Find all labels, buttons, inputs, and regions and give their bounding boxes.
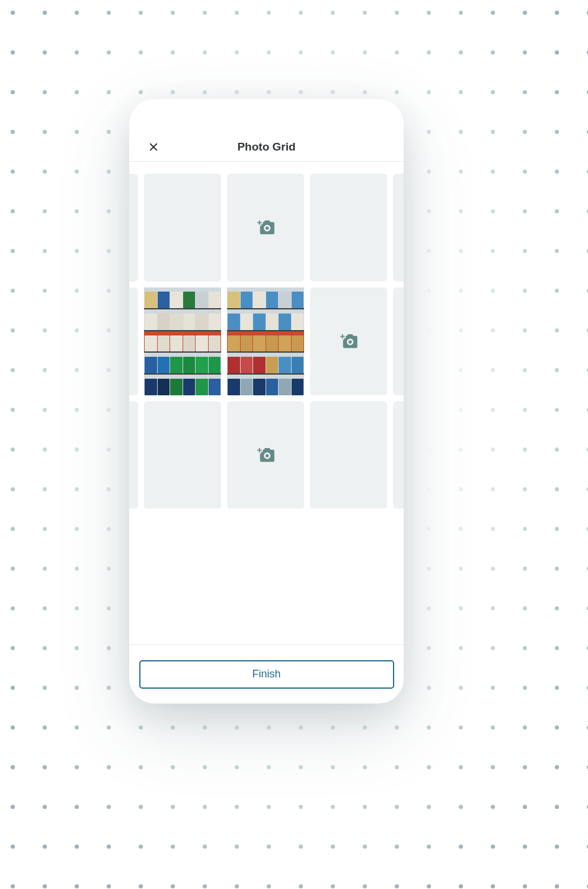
header-bar: Photo Grid: [129, 132, 404, 162]
grid-tile-empty[interactable]: [144, 401, 221, 509]
grid-tile-edge[interactable]: [393, 174, 404, 282]
grid-tile-empty[interactable]: [144, 174, 221, 282]
grid-tile-add[interactable]: [227, 401, 304, 509]
phone-frame: Photo Grid: [129, 99, 404, 703]
grid-row: [129, 401, 335, 509]
shelf-photo-thumbnail: [144, 287, 221, 395]
grid-tile-edge[interactable]: [129, 174, 138, 282]
add-photo-icon: [340, 334, 357, 349]
page-title: Photo Grid: [237, 140, 295, 154]
finish-button-label: Finish: [252, 668, 280, 680]
close-icon: [148, 142, 159, 152]
grid-tile-add[interactable]: [227, 174, 304, 282]
grid-tile-edge[interactable]: [393, 401, 404, 509]
grid-row: [129, 174, 335, 282]
finish-button[interactable]: Finish: [139, 660, 394, 689]
grid-tile-edge[interactable]: [129, 401, 138, 509]
shelf-photo-thumbnail: [227, 287, 304, 395]
add-photo-icon: [257, 220, 274, 235]
close-button[interactable]: [146, 139, 161, 155]
footer-bar: Finish: [129, 644, 404, 703]
grid-tile-photo[interactable]: [144, 287, 221, 395]
grid-tile-photo[interactable]: [227, 287, 304, 395]
grid-tile-add[interactable]: [310, 287, 387, 395]
grid-tile-edge[interactable]: [393, 287, 404, 395]
photo-grid: [129, 174, 404, 509]
add-photo-icon: [257, 447, 274, 463]
grid-tile-edge[interactable]: [129, 287, 138, 395]
grid-row: [129, 287, 335, 395]
grid-tile-empty[interactable]: [310, 174, 387, 282]
grid-tile-empty[interactable]: [310, 401, 387, 509]
